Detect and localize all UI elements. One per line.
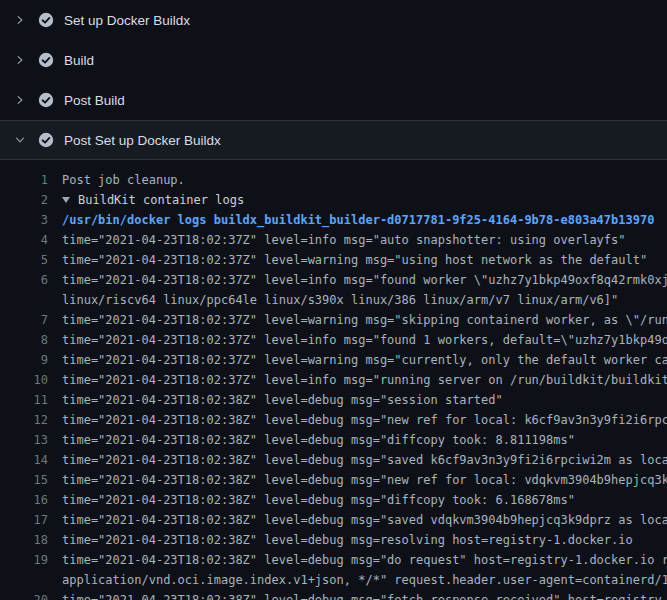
log-line-number[interactable]: 9: [0, 350, 48, 370]
log-line-number[interactable]: 1: [0, 170, 48, 190]
log-line-text: application/vnd.oci.image.index.v1+json,…: [48, 570, 667, 590]
step-title: Post Build: [64, 93, 125, 108]
log-line: 1 Post job cleanup.: [0, 170, 667, 190]
log-line-text: time="2021-04-23T18:02:38Z" level=debug …: [48, 510, 667, 530]
log-line-text: time="2021-04-23T18:02:37Z" level=info m…: [48, 230, 667, 250]
step-log: 1 Post job cleanup. 2 BuildKit container…: [0, 160, 667, 600]
log-line-text: Post job cleanup.: [48, 170, 667, 190]
log-line-text: time="2021-04-23T18:02:38Z" level=debug …: [48, 430, 667, 450]
log-line-text: time="2021-04-23T18:02:38Z" level=debug …: [48, 490, 667, 510]
log-line: 17 time="2021-04-23T18:02:38Z" level=deb…: [0, 510, 667, 530]
log-line-number[interactable]: [0, 290, 48, 310]
chevron-right-icon: [14, 92, 26, 108]
log-line: 8 time="2021-04-23T18:02:37Z" level=info…: [0, 330, 667, 350]
log-line: 7 time="2021-04-23T18:02:37Z" level=warn…: [0, 310, 667, 330]
log-line-number[interactable]: 6: [0, 270, 48, 290]
log-line: 13 time="2021-04-23T18:02:38Z" level=deb…: [0, 430, 667, 450]
step-title: Set up Docker Buildx: [64, 13, 190, 28]
chevron-right-icon: [14, 12, 26, 28]
log-line-number[interactable]: 5: [0, 250, 48, 270]
log-line-text: time="2021-04-23T18:02:38Z" level=debug …: [48, 410, 667, 430]
check-circle-icon: [38, 12, 54, 28]
log-line: 2 BuildKit container logs: [0, 190, 667, 210]
log-line-number[interactable]: 7: [0, 310, 48, 330]
log-line-number[interactable]: 11: [0, 390, 48, 410]
log-line: 12 time="2021-04-23T18:02:38Z" level=deb…: [0, 410, 667, 430]
log-line-number[interactable]: 3: [0, 210, 48, 230]
log-line-number[interactable]: 14: [0, 450, 48, 470]
workflow-step-section: Post Build: [0, 80, 667, 120]
log-line: 6 time="2021-04-23T18:02:37Z" level=info…: [0, 270, 667, 290]
log-line-text: time="2021-04-23T18:02:38Z" level=debug …: [48, 530, 667, 550]
log-line-number[interactable]: 20: [0, 590, 48, 600]
check-circle-icon: [38, 132, 54, 148]
log-line-number[interactable]: 4: [0, 230, 48, 250]
log-line: 11 time="2021-04-23T18:02:38Z" level=deb…: [0, 390, 667, 410]
step-title: Build: [64, 53, 94, 68]
log-line-text: linux/riscv64 linux/ppc64le linux/s390x …: [48, 290, 667, 310]
chevron-right-icon: [14, 52, 26, 68]
log-line: 3 /usr/bin/docker logs buildx_buildkit_b…: [0, 210, 667, 230]
check-circle-icon: [38, 52, 54, 68]
step-title: Post Set up Docker Buildx: [64, 133, 221, 148]
workflow-step-section: Set up Docker Buildx: [0, 0, 667, 40]
log-line-number[interactable]: 12: [0, 410, 48, 430]
workflow-log-panel: Set up Docker Buildx Build Post Build Po…: [0, 0, 667, 600]
log-line-number[interactable]: 13: [0, 430, 48, 450]
log-line: 10 time="2021-04-23T18:02:37Z" level=inf…: [0, 370, 667, 390]
log-line-text: time="2021-04-23T18:02:38Z" level=debug …: [48, 470, 667, 490]
log-line: 9 time="2021-04-23T18:02:37Z" level=warn…: [0, 350, 667, 370]
log-line-text: time="2021-04-23T18:02:37Z" level=warnin…: [48, 350, 667, 370]
log-line-text: time="2021-04-23T18:02:38Z" level=debug …: [48, 390, 667, 410]
log-line: linux/riscv64 linux/ppc64le linux/s390x …: [0, 290, 667, 310]
log-line-number[interactable]: 2: [0, 190, 48, 210]
log-line: 20 time="2021-04-23T18:02:38Z" level=deb…: [0, 590, 667, 600]
log-line-number[interactable]: 8: [0, 330, 48, 350]
log-line-text: time="2021-04-23T18:02:37Z" level=info m…: [48, 330, 667, 350]
workflow-step-section: Build: [0, 40, 667, 80]
workflow-step-section: Post Set up Docker Buildx 1 Post job cle…: [0, 120, 667, 600]
check-circle-icon: [38, 92, 54, 108]
step-header-setup-docker-buildx[interactable]: Set up Docker Buildx: [0, 0, 667, 40]
log-line-text: time="2021-04-23T18:02:37Z" level=info m…: [48, 370, 667, 390]
log-line: 16 time="2021-04-23T18:02:38Z" level=deb…: [0, 490, 667, 510]
log-line-number[interactable]: 10: [0, 370, 48, 390]
log-line-text: time="2021-04-23T18:02:38Z" level=debug …: [48, 450, 667, 470]
log-line-number[interactable]: 15: [0, 470, 48, 490]
log-line-text: /usr/bin/docker logs buildx_buildkit_bui…: [48, 210, 667, 230]
caret-down-icon[interactable]: [62, 197, 70, 203]
log-line-number[interactable]: [0, 570, 48, 590]
log-line: 5 time="2021-04-23T18:02:37Z" level=warn…: [0, 250, 667, 270]
step-header-post-setup-docker-buildx[interactable]: Post Set up Docker Buildx: [0, 120, 667, 160]
log-line-text: BuildKit container logs: [48, 190, 667, 210]
log-line-number[interactable]: 18: [0, 530, 48, 550]
log-line-text: time="2021-04-23T18:02:38Z" level=debug …: [48, 550, 667, 570]
log-line-text: time="2021-04-23T18:02:37Z" level=warnin…: [48, 250, 667, 270]
step-header-post-build[interactable]: Post Build: [0, 80, 667, 120]
log-line-text: time="2021-04-23T18:02:37Z" level=info m…: [48, 270, 667, 290]
log-line: 14 time="2021-04-23T18:02:38Z" level=deb…: [0, 450, 667, 470]
log-line-number[interactable]: 16: [0, 490, 48, 510]
log-group-label[interactable]: BuildKit container logs: [78, 193, 244, 207]
chevron-down-icon: [14, 132, 26, 148]
log-line: 19 time="2021-04-23T18:02:38Z" level=deb…: [0, 550, 667, 570]
log-line-number[interactable]: 19: [0, 550, 48, 570]
log-line: 4 time="2021-04-23T18:02:37Z" level=info…: [0, 230, 667, 250]
log-line: 15 time="2021-04-23T18:02:38Z" level=deb…: [0, 470, 667, 490]
log-line: 18 time="2021-04-23T18:02:38Z" level=deb…: [0, 530, 667, 550]
log-line: application/vnd.oci.image.index.v1+json,…: [0, 570, 667, 590]
log-line-text: time="2021-04-23T18:02:37Z" level=warnin…: [48, 310, 667, 330]
log-line-number[interactable]: 17: [0, 510, 48, 530]
step-header-build[interactable]: Build: [0, 40, 667, 80]
log-line-text: time="2021-04-23T18:02:38Z" level=debug …: [48, 590, 667, 600]
